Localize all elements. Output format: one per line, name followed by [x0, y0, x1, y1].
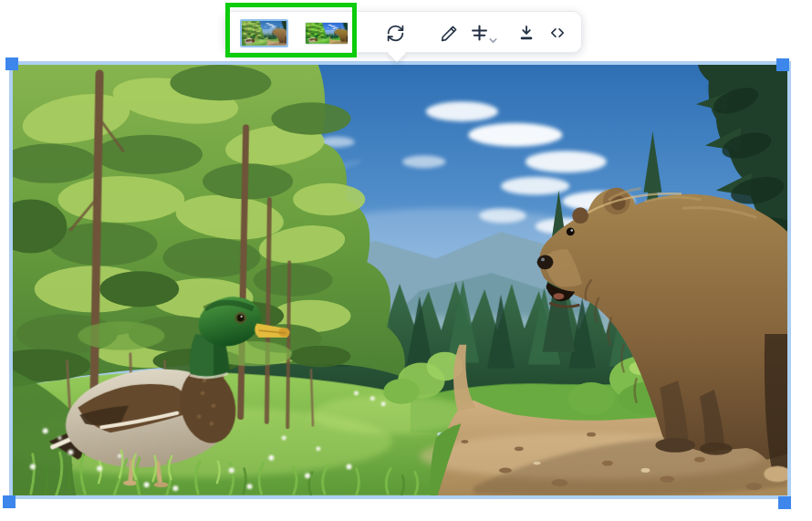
variant-thumbnail-1[interactable]: [240, 19, 288, 47]
variant-thumbnail-2[interactable]: [305, 22, 349, 45]
refresh-icon: [386, 24, 405, 43]
resize-handle-top-left[interactable]: [5, 57, 18, 70]
resize-handle-bottom-right[interactable]: [778, 496, 791, 509]
adjust-dropdown-toggle[interactable]: [485, 33, 500, 47]
code-icon: [548, 24, 567, 42]
chevron-down-icon: [487, 35, 499, 47]
resize-handle-top-right[interactable]: [776, 58, 789, 71]
generated-image[interactable]: [9, 61, 791, 499]
image-toolbar: [224, 11, 582, 53]
pencil-icon: [441, 25, 458, 42]
toolbar-caret: [388, 44, 406, 62]
editor-stage: [0, 0, 812, 521]
edit-button[interactable]: [436, 20, 462, 46]
refresh-button[interactable]: [382, 20, 408, 46]
download-button[interactable]: [514, 20, 539, 46]
code-button[interactable]: [545, 20, 570, 46]
scene-artwork: [13, 65, 787, 495]
resize-handle-bottom-left[interactable]: [3, 495, 16, 508]
download-icon: [517, 24, 536, 42]
